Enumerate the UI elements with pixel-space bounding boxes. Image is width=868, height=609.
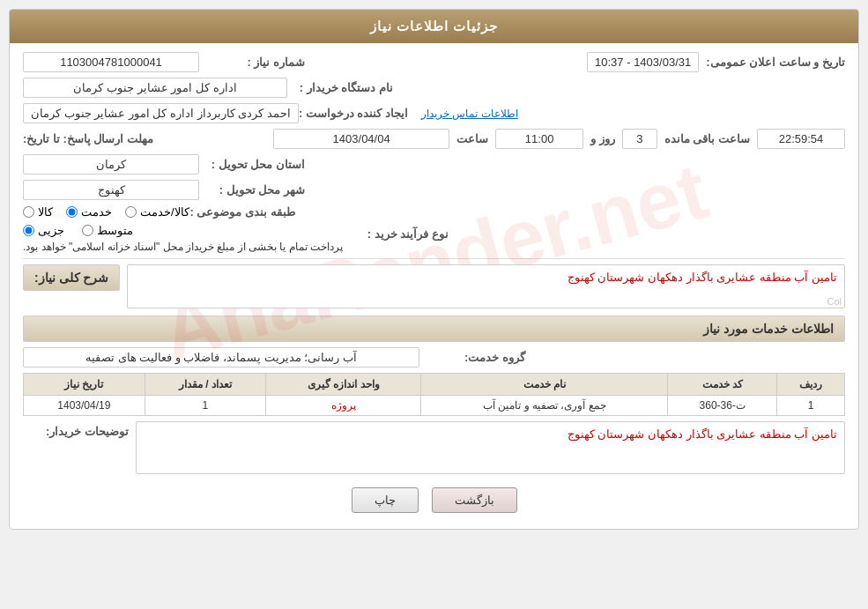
table-header-service-code: کد خدمت — [668, 374, 777, 396]
province-label: استان محل تحویل : — [199, 158, 305, 171]
cell-unit: پروژه — [266, 396, 421, 416]
buyer-notes-label: توضیحات خریدار: — [23, 421, 129, 438]
purchase-type-row: نوع فرآیند خرید : متوسط جزیی پرداخت تمام… — [23, 224, 845, 253]
purchase-option-small[interactable]: جزیی — [23, 224, 64, 237]
cell-service-name: جمع آوری، تصفیه و تامین آب — [421, 396, 668, 416]
buyer-name-label: نام دستگاه خریدار : — [287, 81, 393, 94]
cell-date: 1403/04/19 — [24, 396, 145, 416]
purchase-option-medium[interactable]: متوسط — [82, 224, 133, 237]
purchase-small-label: جزیی — [38, 224, 64, 237]
deadline-group: 22:59:54 ساعت باقی مانده 3 روز و 11:00 س… — [273, 129, 845, 149]
page-wrapper: جزئیات اطلاعات نیاز AnaRender.net تاریخ … — [0, 0, 868, 609]
action-buttons: بازگشت چاپ — [23, 487, 845, 513]
contact-link[interactable]: اطلاعات تماس خریدار — [421, 108, 518, 120]
page-title: جزئیات اطلاعات نیاز — [370, 19, 498, 33]
table-header-row-num: ردیف — [777, 374, 845, 396]
date-value: 1403/04/04 — [273, 129, 449, 149]
service-group-row: گروه خدمت: آب رسانی؛ مدیریت پسماند، فاضل… — [23, 347, 845, 368]
time-label: ساعت — [456, 132, 488, 145]
category-option-1[interactable]: کالا/خدمت — [125, 205, 189, 219]
category-option-1-label: کالا/خدمت — [140, 205, 189, 219]
creator-label: ایجاد کننده درخواست : — [299, 107, 408, 120]
services-table: ردیف کد خدمت نام خدمت واحد اندازه گیری ت… — [23, 373, 845, 416]
need-number-value: 1103004781000041 — [23, 52, 199, 72]
remaining-label: ساعت باقی مانده — [664, 132, 750, 145]
province-row: استان محل تحویل : کرمان — [23, 154, 845, 175]
buyer-name-row: نام دستگاه خریدار : اداره کل امور عشایر … — [23, 78, 845, 98]
purchase-medium-label: متوسط — [97, 224, 133, 237]
need-desc-section: تامین آب منطقه عشایری باگذار دهکهان شهرس… — [23, 264, 845, 308]
cell-quantity: 1 — [145, 396, 266, 416]
category-option-3-label: کالا — [38, 205, 53, 219]
table-header-unit: واحد اندازه گیری — [266, 374, 421, 396]
buyer-notes-area: تامین آب منطقه عشایری باگذار دهکهان شهرس… — [136, 421, 845, 474]
category-label: طبقه بندی موضوعی : — [189, 205, 295, 219]
buyer-notes-section: تامین آب منطقه عشایری باگذار دهکهان شهرس… — [23, 421, 845, 474]
purchase-options-group: متوسط جزیی پرداخت تمام یا بخشی از مبلغ خ… — [23, 224, 343, 253]
need-number-row: تاریخ و ساعت اعلان عمومی: 1403/03/31 - 1… — [23, 52, 845, 72]
days-value: 3 — [622, 129, 657, 149]
remaining-value: 22:59:54 — [757, 129, 845, 149]
buyer-name-value: اداره کل امور عشایر جنوب کرمان — [23, 78, 287, 98]
city-value: کهنوج — [23, 180, 199, 200]
print-button[interactable]: چاپ — [352, 487, 419, 513]
purchase-type-label: نوع فرآیند خرید : — [343, 224, 449, 241]
purchase-radio-group: متوسط جزیی — [23, 224, 133, 237]
cell-row-num: 1 — [777, 396, 845, 416]
days-label: روز و — [590, 132, 615, 145]
deadline-label: مهلت ارسال پاسخ: تا تاریخ: — [23, 132, 153, 145]
need-desc-label: شرح کلی نیاز: — [23, 264, 120, 291]
announcement-value: 1403/03/31 - 10:37 — [587, 52, 699, 72]
divider-1 — [23, 258, 845, 259]
category-radio-3[interactable] — [125, 206, 137, 218]
category-radio-2[interactable] — [66, 206, 78, 218]
service-info-header: اطلاعات خدمات مورد نیاز — [23, 316, 845, 342]
time-value: 11:00 — [495, 129, 583, 149]
creator-row: اطلاعات تماس خریدار ایجاد کننده درخواست … — [23, 103, 845, 123]
service-group-value: آب رسانی؛ مدیریت پسماند، فاضلاب و فعالیت… — [23, 347, 419, 368]
main-card: جزئیات اطلاعات نیاز AnaRender.net تاریخ … — [9, 9, 859, 530]
purchase-radio-small[interactable] — [23, 225, 34, 236]
category-option-2-label: خدمت — [81, 205, 112, 219]
table-header-date: تاریخ نیاز — [24, 374, 145, 396]
creator-value: احمد کردی کاربرداز اداره کل امور عشایر ج… — [23, 103, 299, 123]
category-radio-1[interactable] — [23, 206, 34, 218]
deadline-row: 22:59:54 ساعت باقی مانده 3 روز و 11:00 س… — [23, 129, 845, 149]
category-row: طبقه بندی موضوعی : کالا/خدمت خدمت کالا — [23, 205, 845, 219]
announcement-label: تاریخ و ساعت اعلان عمومی: — [706, 56, 845, 69]
category-option-3[interactable]: کالا — [23, 205, 53, 219]
table-header-quantity: تعداد / مقدار — [145, 374, 266, 396]
table-row: 1 ت-36-360 جمع آوری، تصفیه و تامین آب پر… — [24, 396, 845, 416]
cell-service-code: ت-36-360 — [668, 396, 777, 416]
announcement-group: تاریخ و ساعت اعلان عمومی: 1403/03/31 - 1… — [587, 52, 845, 72]
category-option-2[interactable]: خدمت — [66, 205, 112, 219]
city-row: شهر محل تحویل : کهنوج — [23, 180, 845, 200]
category-radio-group: کالا/خدمت خدمت کالا — [23, 205, 189, 219]
purchase-desc: پرداخت تمام یا بخشی از مبلغ خریداز محل "… — [23, 241, 343, 253]
service-group-label: گروه خدمت: — [419, 351, 525, 364]
card-header: جزئیات اطلاعات نیاز — [10, 10, 858, 43]
purchase-radio-medium[interactable] — [82, 225, 93, 236]
need-desc-area: تامین آب منطقه عشایری باگذار دهکهان شهرس… — [127, 264, 845, 308]
need-desc-value: تامین آب منطقه عشایری باگذار دهکهان شهرس… — [127, 264, 845, 308]
back-button[interactable]: بازگشت — [432, 487, 517, 513]
city-label: شهر محل تحویل : — [199, 183, 305, 197]
buyer-notes-value: تامین آب منطقه عشایری باگذار دهکهان شهرس… — [136, 421, 845, 474]
need-number-label: شماره نیاز : — [199, 56, 305, 69]
province-value: کرمان — [23, 154, 199, 175]
card-body: AnaRender.net تاریخ و ساعت اعلان عمومی: … — [10, 43, 858, 529]
col-watermark: Col — [827, 296, 842, 307]
table-header-service-name: نام خدمت — [421, 374, 668, 396]
